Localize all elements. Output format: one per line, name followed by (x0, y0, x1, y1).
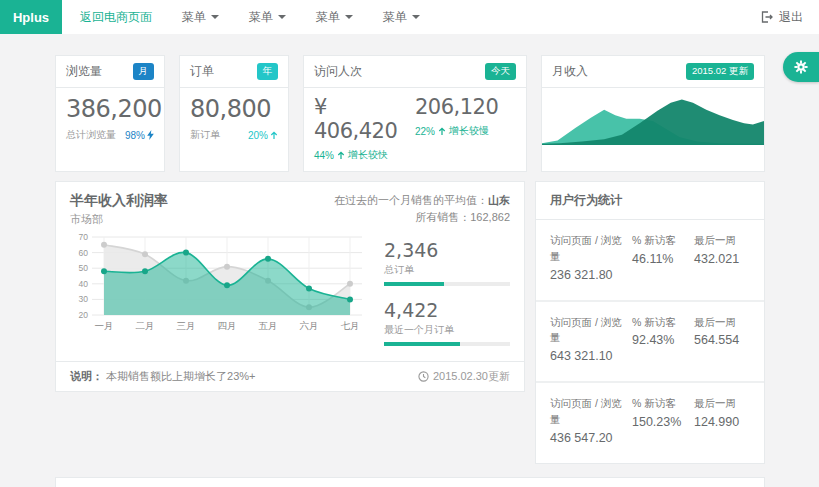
panel-subtitle: 市场部 (70, 212, 168, 227)
logout-button[interactable]: 退出 (761, 9, 803, 26)
metric-label: 最后一周 (694, 315, 750, 331)
responsive-table-panel: 自定义响应表格 (55, 477, 765, 487)
svg-text:50: 50 (79, 263, 89, 273)
metric-value: 92.43% (632, 333, 694, 347)
stat-card-pageviews-body: 386,200 总计浏览量 98% (56, 88, 164, 151)
stat-card-pageviews-header: 浏览量 月 (56, 56, 164, 88)
order-stats: 2,346 总订单 4,422 最近一个月订单 (384, 231, 510, 359)
stat-card-visits: 访问人次 今天 ¥ 406,420 44% 增长较快 206,120 (303, 55, 527, 172)
metric-value: 436 547.20 (550, 431, 632, 445)
chevron-down-icon (278, 15, 286, 19)
middle-row: 半年收入利润率 市场部 在过去的一个月销售的平均值：山东 所有销售：162,86… (55, 181, 765, 464)
metric-value: 124.990 (694, 415, 750, 429)
clock-icon (418, 371, 429, 382)
svg-text:60: 60 (79, 248, 89, 258)
stat-card-income-header: 月收入 2015.02 更新 (542, 56, 764, 88)
visits-left: ¥ 406,420 44% 增长较快 (314, 95, 415, 162)
stat-card-pageviews: 浏览量 月 386,200 总计浏览量 98% (55, 55, 165, 172)
updated-badge[interactable]: 2015.02 更新 (686, 63, 754, 80)
nav-menu-2[interactable]: 菜单 (249, 9, 286, 26)
stat-card-orders: 订单 年 80,800 新订单 20% (179, 55, 289, 172)
nav-menu-1-label: 菜单 (182, 9, 206, 26)
visits-right: 206,120 22% 增长较慢 (415, 95, 516, 162)
nav-menu-4-label: 菜单 (383, 9, 407, 26)
svg-text:五月: 五月 (259, 320, 278, 331)
metric-label: % 新访客 (632, 233, 694, 249)
metric-value: 643 321.10 (550, 349, 632, 363)
month-orders-progress (384, 342, 510, 346)
brand-logo[interactable]: Hplus (0, 0, 62, 34)
metric-label: 最后一周 (694, 396, 750, 412)
stat-card-title: 访问人次 (314, 63, 362, 80)
chevron-down-icon (345, 15, 353, 19)
orders-percent: 20% (248, 130, 278, 141)
svg-text:三月: 三月 (177, 320, 196, 331)
orders-value: 80,800 (190, 95, 278, 123)
behavior-row: 访问页面 / 浏览量 436 547.20 % 新访客 150.23% 最后一周… (536, 383, 764, 463)
nav-menu-1[interactable]: 菜单 (182, 9, 219, 26)
stat-card-title: 订单 (190, 63, 214, 80)
visits-amount-value: ¥ 406,420 (314, 95, 415, 143)
total-orders-label: 总订单 (384, 263, 510, 277)
theme-settings-button[interactable] (783, 52, 819, 82)
svg-text:四月: 四月 (218, 320, 237, 331)
gear-icon (794, 60, 808, 74)
panel-title: 用户行为统计 (536, 182, 764, 220)
profit-chart-footer: 说明： 本期销售额比上期增长了23%+ 2015.02.30更新 (56, 361, 524, 391)
svg-text:20: 20 (79, 310, 89, 320)
nav-menu-2-label: 菜单 (249, 9, 273, 26)
chevron-down-icon (211, 15, 219, 19)
profit-chart-header: 半年收入利润率 市场部 在过去的一个月销售的平均值：山东 所有销售：162,86… (56, 182, 524, 227)
behavior-row: 访问页面 / 浏览量 643 321.10 % 新访客 92.43% 最后一周 … (536, 302, 764, 384)
total-orders-value: 2,346 (384, 239, 510, 261)
line-area-chart[interactable]: 203040506070一月二月三月四月五月六月七月 (70, 231, 368, 335)
metric-value: 46.11% (632, 252, 694, 266)
metric-label: 访问页面 / 浏览量 (550, 396, 632, 428)
pageviews-sub-label: 总计浏览量 (66, 128, 116, 142)
stat-card-orders-body: 80,800 新订单 20% (180, 88, 288, 151)
level-up-icon (270, 131, 278, 140)
stat-card-visits-header: 访问人次 今天 (304, 56, 526, 88)
nav-menu-3[interactable]: 菜单 (316, 9, 353, 26)
pageviews-percent: 98% (125, 130, 154, 141)
profit-chart-panel: 半年收入利润率 市场部 在过去的一个月销售的平均值：山东 所有销售：162,86… (55, 181, 525, 392)
stat-card-monthly-income: 月收入 2015.02 更新 (541, 55, 765, 172)
home-link[interactable]: 返回电商页面 (80, 9, 152, 26)
footnote: 说明： 本期销售额比上期增长了23%+ (70, 369, 256, 384)
period-badge[interactable]: 月 (133, 63, 155, 80)
stat-card-visits-body: ¥ 406,420 44% 增长较快 206,120 22% (304, 88, 526, 171)
sign-out-icon (761, 11, 773, 23)
area-chart (542, 88, 764, 145)
top-navbar: Hplus 返回电商页面 菜单 菜单 菜单 菜单 退出 (0, 0, 819, 34)
behavior-row: 访问页面 / 浏览量 236 321.80 % 新访客 46.11% 最后一周 … (536, 220, 764, 302)
svg-text:70: 70 (79, 232, 89, 242)
svg-text:一月: 一月 (95, 320, 114, 331)
stat-cards-row: 浏览量 月 386,200 总计浏览量 98% 订单 (55, 55, 765, 172)
period-badge[interactable]: 年 (257, 63, 279, 80)
updated-note: 2015.02.30更新 (418, 369, 510, 384)
stat-card-title: 月收入 (552, 63, 588, 80)
pageviews-value: 386,200 (66, 95, 154, 123)
period-badge[interactable]: 今天 (485, 63, 516, 80)
month-orders-value: 4,422 (384, 299, 510, 321)
svg-text:40: 40 (79, 279, 89, 289)
metric-value: 236 321.80 (550, 268, 632, 282)
monthly-income-chart (542, 88, 764, 145)
stat-card-title: 浏览量 (66, 63, 102, 80)
page-content: 浏览量 月 386,200 总计浏览量 98% 订单 (55, 55, 765, 487)
visits-left-trend: 44% 增长较快 (314, 148, 415, 162)
bolt-icon (147, 130, 154, 140)
metric-label: 最后一周 (694, 233, 750, 249)
nav-menu-4[interactable]: 菜单 (383, 9, 420, 26)
metric-label: % 新访客 (632, 315, 694, 331)
user-behavior-panel: 用户行为统计 访问页面 / 浏览量 236 321.80 % 新访客 46.11… (535, 181, 765, 464)
sales-meta: 在过去的一个月销售的平均值：山东 所有销售：162,862 (334, 192, 510, 227)
metric-value: 564.554 (694, 333, 750, 347)
table-panel-header: 自定义响应表格 (56, 478, 764, 487)
orders-sub-label: 新订单 (190, 128, 220, 142)
metric-label: 访问页面 / 浏览量 (550, 315, 632, 347)
svg-text:六月: 六月 (300, 320, 319, 331)
month-orders-label: 最近一个月订单 (384, 323, 510, 337)
total-orders-progress (384, 282, 510, 286)
visits-right-trend: 22% 增长较慢 (415, 124, 516, 138)
